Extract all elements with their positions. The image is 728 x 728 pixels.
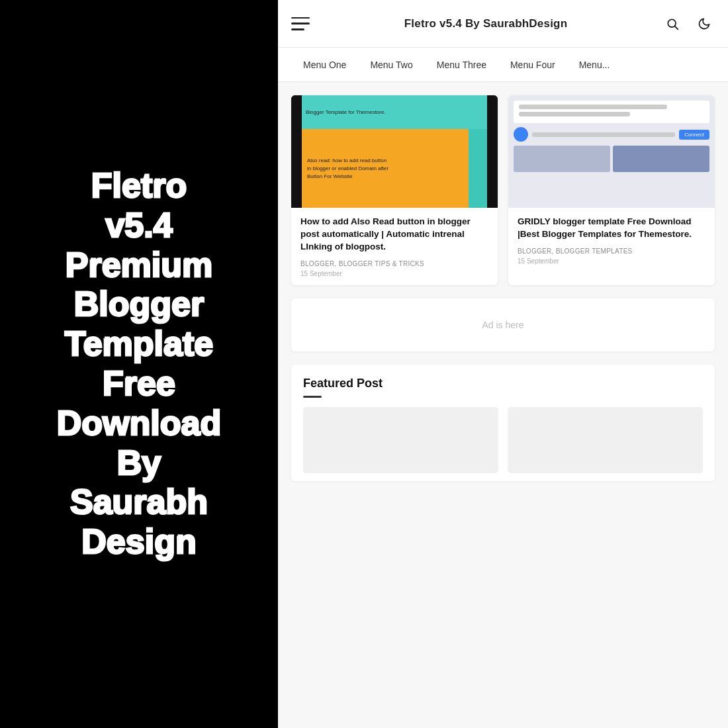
featured-section: Featured Post xyxy=(291,365,715,481)
post-body-2: GRIDLY blogger template Free Download |B… xyxy=(508,208,715,273)
promo-text: Fletrov5.4PremiumBloggerTemplateFreeDown… xyxy=(44,153,234,575)
featured-underline xyxy=(303,396,322,398)
nav-item-menu-three[interactable]: Menu Three xyxy=(425,48,498,82)
right-content-panel: Fletro v5.4 By SaurabhDesign Menu One Me… xyxy=(278,0,728,728)
featured-card-1[interactable] xyxy=(303,407,498,473)
ad-text: Ad is here xyxy=(482,320,523,330)
post-card-2[interactable]: Connect GRIDLY blogger template Free Dow… xyxy=(508,95,715,285)
post-tags-2: BLOGGER, Blogger Templates xyxy=(518,248,705,255)
post-card-1[interactable]: Blogger Template for Themestore. Also re… xyxy=(291,95,498,285)
nav-item-menu-more[interactable]: Menu... xyxy=(567,48,622,82)
nav-item-menu-two[interactable]: Menu Two xyxy=(358,48,424,82)
nav-item-menu-four[interactable]: Menu Four xyxy=(498,48,567,82)
main-content: Blogger Template for Themestore. Also re… xyxy=(278,82,728,728)
navigation-bar: Menu One Menu Two Menu Three Menu Four M… xyxy=(278,48,728,82)
header-left xyxy=(291,17,310,30)
site-title: Fletro v5.4 By SaurabhDesign xyxy=(404,17,568,30)
ad-block: Ad is here xyxy=(291,298,715,351)
featured-posts-row xyxy=(303,407,703,473)
posts-grid: Blogger Template for Themestore. Also re… xyxy=(291,95,715,285)
post-date-2: 15 September xyxy=(518,257,705,265)
left-promo-panel: Fletrov5.4PremiumBloggerTemplateFreeDown… xyxy=(0,0,278,728)
featured-heading: Featured Post xyxy=(303,377,703,390)
nav-item-menu-one[interactable]: Menu One xyxy=(291,48,358,82)
hamburger-menu-icon[interactable] xyxy=(291,17,310,30)
post-title-2: GRIDLY blogger template Free Download |B… xyxy=(518,216,705,241)
site-header: Fletro v5.4 By SaurabhDesign xyxy=(278,0,728,48)
post-body-1: How to add Also Read button in blogger p… xyxy=(291,208,498,285)
svg-line-1 xyxy=(675,26,678,29)
search-icon[interactable] xyxy=(662,13,683,34)
post-title-1: How to add Also Read button in blogger p… xyxy=(300,216,488,253)
post-thumbnail-1: Blogger Template for Themestore. Also re… xyxy=(291,95,498,208)
post-thumbnail-2: Connect xyxy=(508,95,715,208)
featured-card-2[interactable] xyxy=(508,407,703,473)
header-icons xyxy=(662,13,715,34)
dark-mode-icon[interactable] xyxy=(694,13,715,34)
post-tags-1: BLOGGER, BLOGGER TIPS & TRICKS xyxy=(300,260,488,267)
post-date-1: 15 September xyxy=(300,270,488,277)
